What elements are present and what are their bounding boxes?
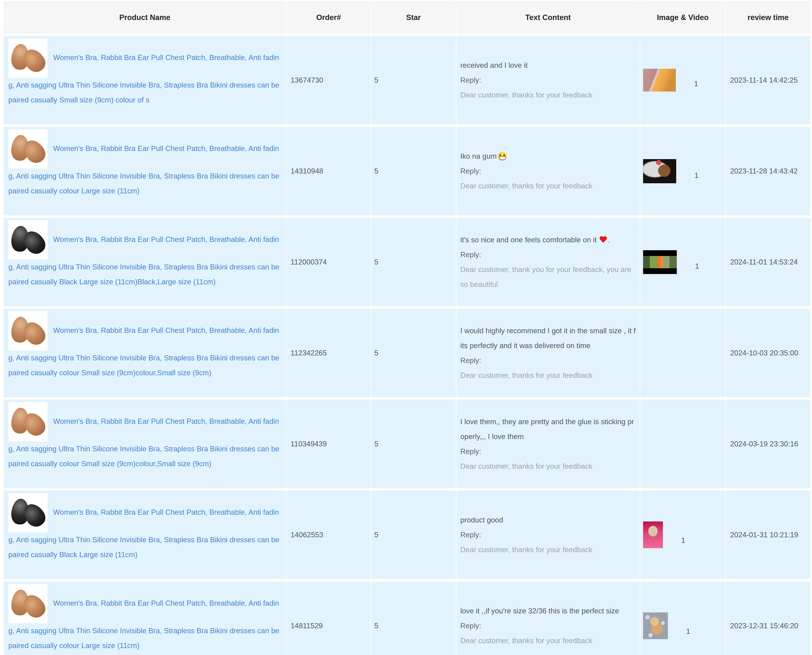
product-name-cell: Women's Bra, Rabbit Bra Ear Pull Chest P… [3, 218, 286, 306]
heart-emoji-icon [599, 236, 607, 243]
product-thumbnail[interactable] [8, 402, 48, 441]
product-thumbnail[interactable] [8, 584, 48, 623]
reply-text: Dear customer, thanks for your feedback [460, 368, 637, 383]
review-media-thumb[interactable] [643, 521, 663, 548]
reply-label: Reply: [460, 444, 637, 459]
table-row: Women's Bra, Rabbit Bra Ear Pull Chest P… [3, 218, 810, 306]
product-name-link[interactable]: Women's Bra, Rabbit Bra Ear Pull Chest P… [8, 235, 279, 286]
order-number: 13674730 [291, 73, 324, 88]
review-text: product good [460, 516, 503, 524]
reply-text: Dear customer, thanks for your feedback [460, 459, 637, 474]
product-name-link[interactable]: Women's Bra, Rabbit Bra Ear Pull Chest P… [8, 54, 279, 104]
review-text-line: product good [460, 512, 637, 527]
review-text: I would highly recommend I got it in the… [460, 327, 636, 350]
product-thumbnail[interactable] [8, 220, 48, 260]
media-count: 1 [686, 624, 690, 639]
review-text: I love them,, they are pretty and the gl… [460, 418, 634, 441]
media-wrap: 1 [643, 159, 699, 183]
order-cell: 110349439 [287, 400, 370, 488]
product-name-cell: Women's Bra, Rabbit Bra Ear Pull Chest P… [3, 36, 286, 125]
order-number: 14062553 [291, 527, 324, 542]
review-time-cell: 2023-12-31 15:46:20 [726, 581, 810, 655]
text-content-cell: received and I love it Reply: Dear custo… [456, 36, 640, 125]
order-number: 112000374 [291, 255, 327, 269]
review-text: Iko na gum [460, 152, 496, 160]
review-text-line: I would highly recommend I got it in the… [460, 323, 637, 353]
media-count: 1 [695, 259, 699, 274]
product-name-link[interactable]: Women's Bra, Rabbit Bra Ear Pull Chest P… [8, 417, 279, 468]
order-cell: 13674730 [287, 36, 370, 125]
review-media-thumb[interactable] [643, 612, 668, 639]
review-text-line: Iko na gum [460, 149, 637, 164]
star-cell: 5 [371, 127, 456, 215]
review-text-line: received and I love it [460, 58, 637, 73]
order-number: 112342265 [291, 346, 327, 360]
star-cell: 5 [371, 36, 456, 125]
table-row: Women's Bra, Rabbit Bra Ear Pull Chest P… [3, 400, 810, 488]
media-wrap: 1 [643, 69, 698, 92]
product-thumbnail[interactable] [8, 493, 48, 532]
review-time: 2024-11-01 14:53:24 [730, 255, 800, 269]
review-time: 2023-12-31 15:46:20 [730, 618, 800, 633]
product-name-link[interactable]: Women's Bra, Rabbit Bra Ear Pull Chest P… [8, 326, 279, 377]
review-media-thumb[interactable] [643, 159, 676, 183]
review-time-cell: 2024-03-19 23:30:16 [726, 400, 810, 488]
order-cell: 14062553 [287, 490, 370, 579]
reply-label: Reply: [460, 247, 637, 262]
table-row: Women's Bra, Rabbit Bra Ear Pull Chest P… [3, 309, 810, 397]
review-text-line: I love them,, they are pretty and the gl… [460, 414, 637, 444]
order-number: 14811529 [291, 618, 323, 633]
star-rating: 5 [374, 73, 379, 88]
product-thumbnail[interactable] [8, 129, 48, 169]
star-rating: 5 [374, 346, 379, 360]
media-cell: 1 [640, 581, 725, 655]
star-cell: 5 [371, 490, 456, 579]
review-media-thumb[interactable] [643, 250, 677, 274]
star-rating: 5 [374, 527, 379, 542]
review-time-cell: 2024-11-01 14:53:24 [726, 218, 810, 306]
column-header-image-video: Image & Video [640, 2, 725, 34]
media-count: 1 [681, 533, 685, 548]
column-header-text-content: Text Content [456, 2, 640, 34]
text-content-cell: it's so nice and one feels comfortable o… [456, 218, 640, 306]
column-header-order: Order# [287, 2, 370, 34]
review-media-thumb[interactable] [643, 69, 676, 92]
product-name-cell: Women's Bra, Rabbit Bra Ear Pull Chest P… [3, 581, 286, 655]
product-name-link[interactable]: Women's Bra, Rabbit Bra Ear Pull Chest P… [8, 508, 279, 559]
product-name-link[interactable]: Women's Bra, Rabbit Bra Ear Pull Chest P… [8, 145, 279, 195]
media-cell: 1 [640, 127, 725, 215]
media-wrap: 1 [643, 250, 699, 274]
star-cell: 5 [371, 309, 456, 397]
media-wrap: 1 [643, 521, 685, 548]
star-cell: 5 [371, 581, 456, 655]
order-cell: 112342265 [287, 309, 370, 397]
product-name-cell: Women's Bra, Rabbit Bra Ear Pull Chest P… [3, 490, 286, 579]
media-cell [640, 400, 725, 488]
reviews-table: Product Name Order# Star Text Content Im… [3, 2, 810, 655]
order-cell: 14310948 [287, 127, 370, 215]
media-count: 1 [694, 76, 698, 92]
media-cell [640, 309, 725, 397]
media-cell: 1 [640, 36, 725, 125]
media-cell: 1 [640, 218, 725, 306]
order-number: 14310948 [291, 164, 324, 178]
reply-label: Reply: [460, 527, 637, 542]
product-name-link[interactable]: Women's Bra, Rabbit Bra Ear Pull Chest P… [8, 599, 279, 650]
table-row: Women's Bra, Rabbit Bra Ear Pull Chest P… [3, 490, 810, 579]
review-time: 2023-11-14 14:42:25 [730, 73, 800, 88]
text-content-cell: I would highly recommend I got it in the… [456, 309, 640, 397]
media-count: 1 [695, 168, 699, 183]
review-text-line: it's so nice and one feels comfortable o… [460, 232, 637, 247]
product-thumbnail[interactable] [8, 311, 48, 351]
media-cell: 1 [640, 490, 725, 579]
text-content-cell: love it ,,if you're size 32/36 this is t… [456, 581, 640, 655]
table-row: Women's Bra, Rabbit Bra Ear Pull Chest P… [3, 581, 810, 655]
product-thumbnail[interactable] [8, 38, 48, 78]
table-row: Women's Bra, Rabbit Bra Ear Pull Chest P… [3, 127, 810, 215]
review-time: 2024-03-19 23:30:16 [730, 437, 800, 451]
reply-text: Dear customer, thanks for your feedback [460, 88, 637, 102]
review-time: 2024-10-03 20:35:00 [730, 346, 800, 360]
reply-label: Reply: [460, 164, 637, 178]
product-name-cell: Women's Bra, Rabbit Bra Ear Pull Chest P… [3, 400, 286, 488]
review-text-line: love it ,,if you're size 32/36 this is t… [460, 603, 637, 618]
